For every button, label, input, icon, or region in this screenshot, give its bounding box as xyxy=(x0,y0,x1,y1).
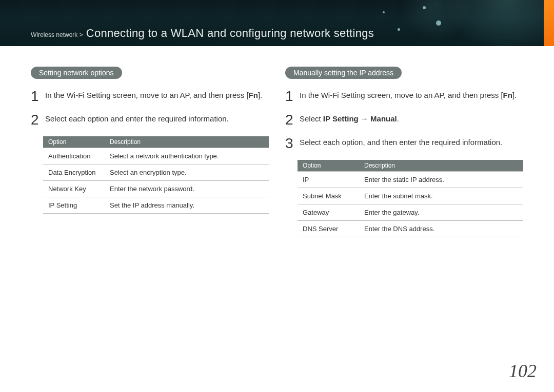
table-row: IP SettingSet the IP address manually. xyxy=(43,197,269,214)
table-row: Network KeyEnter the network password. xyxy=(43,181,269,197)
table-header: Description xyxy=(105,136,269,148)
step-text: In the Wi-Fi Setting screen, move to an … xyxy=(45,89,262,104)
fn-key-icon: Fn xyxy=(249,91,258,99)
table-row: Subnet MaskEnter the subnet mask. xyxy=(298,188,523,204)
right-options-table: Option Description IPEnter the static IP… xyxy=(298,160,523,237)
page-body: Setting network options 1 In the Wi-Fi S… xyxy=(0,46,554,237)
left-step-1: 1 In the Wi-Fi Setting screen, move to a… xyxy=(31,89,269,104)
left-options-table: Option Description AuthenticationSelect … xyxy=(43,136,269,214)
page-header: Wireless network > Connecting to a WLAN … xyxy=(0,0,554,46)
step-number: 1 xyxy=(31,89,39,104)
left-step-2: 2 Select each option and enter the requi… xyxy=(31,113,269,127)
chapter-tab-icon xyxy=(544,0,554,46)
breadcrumb: Wireless network > xyxy=(31,31,83,38)
step-number: 2 xyxy=(285,113,293,127)
table-header: Description xyxy=(359,160,523,172)
section-heading-left: Setting network options xyxy=(31,67,122,79)
step-text: Select each option and enter the require… xyxy=(45,113,229,127)
title-row: Wireless network > Connecting to a WLAN … xyxy=(31,27,374,40)
step-text: Select each option, and then enter the r… xyxy=(300,136,502,151)
table-row: GatewayEnter the gateway. xyxy=(298,204,523,221)
table-header: Option xyxy=(43,136,105,148)
table-row: AuthenticationSelect a network authentic… xyxy=(43,148,269,164)
right-step-1: 1 In the Wi-Fi Setting screen, move to a… xyxy=(285,89,523,104)
page-number: 102 xyxy=(509,360,537,382)
table-row: IPEnter the static IP address. xyxy=(298,172,523,188)
right-step-2: 2 Select IP Setting → Manual. xyxy=(285,113,523,127)
fn-key-icon: Fn xyxy=(503,91,512,99)
step-number: 1 xyxy=(285,89,293,104)
section-heading-right: Manually setting the IP address xyxy=(285,67,402,79)
left-column: Setting network options 1 In the Wi-Fi S… xyxy=(31,67,269,237)
table-row: DNS ServerEnter the DNS address. xyxy=(298,221,523,237)
right-step-3: 3 Select each option, and then enter the… xyxy=(285,136,523,151)
step-text: In the Wi-Fi Setting screen, move to an … xyxy=(300,89,517,104)
right-column: Manually setting the IP address 1 In the… xyxy=(285,67,523,237)
step-text: Select IP Setting → Manual. xyxy=(300,113,399,127)
step-number: 3 xyxy=(285,136,293,151)
table-header: Option xyxy=(298,160,359,172)
table-row: Data EncryptionSelect an encryption type… xyxy=(43,164,269,181)
page-title: Connecting to a WLAN and configuring net… xyxy=(86,27,374,40)
step-number: 2 xyxy=(31,113,39,127)
